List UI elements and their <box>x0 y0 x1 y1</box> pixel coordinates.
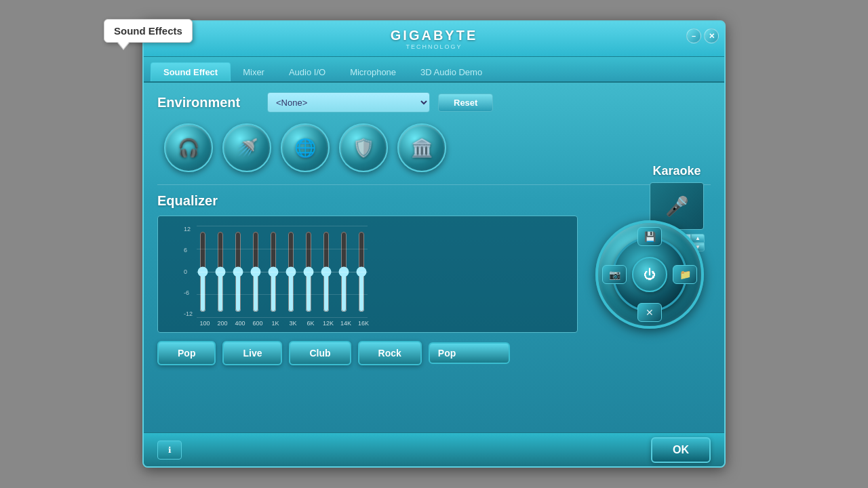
eq-slider-400[interactable] <box>232 231 244 312</box>
eq-db-6: 6 <box>184 247 193 253</box>
tab-bar: Sound Effect Mixer Audio I/O Microphone … <box>144 57 724 83</box>
power-icon: ⏻ <box>644 268 656 282</box>
cancel-icon: ✕ <box>646 307 654 318</box>
info-button[interactable]: ℹ <box>157 441 182 460</box>
tab-3d-audio-demo[interactable]: 3D Audio Demo <box>408 63 494 81</box>
app-window: GIGABYTE TECHNOLOGY – ✕ Sound Effect Mix… <box>142 20 726 468</box>
eq-db-neg6: -6 <box>184 289 193 296</box>
close-button[interactable]: ✕ <box>704 28 719 43</box>
sfx-opera-btn[interactable]: 🏛️ <box>397 123 446 172</box>
eq-freq-100: 100 <box>199 320 211 327</box>
brand-name: GIGABYTE <box>391 28 477 43</box>
title-bar: GIGABYTE TECHNOLOGY – ✕ <box>144 22 724 57</box>
eq-freq-200: 200 <box>216 320 229 327</box>
eq-db-neg12: -12 <box>184 310 193 317</box>
tab-mixer[interactable]: Mixer <box>231 63 277 81</box>
tab-audio-io[interactable]: Audio I/O <box>277 63 338 81</box>
sfx-globe-btn[interactable]: 🌐 <box>281 123 330 172</box>
preset-club-btn[interactable]: Club <box>289 341 351 365</box>
eq-left-panel: Equalizer 12 6 0 -6 -12 <box>157 193 578 365</box>
eq-slider-1k[interactable] <box>267 231 279 312</box>
dial-left-button[interactable]: 📷 <box>602 265 627 284</box>
eq-slider-100[interactable] <box>197 231 209 312</box>
eq-freq-3k: 3K <box>287 320 299 327</box>
preset-live-btn[interactable]: Live <box>222 341 282 365</box>
preset-rock-btn[interactable]: Rock <box>358 341 422 365</box>
eq-freq-16k: 16K <box>357 320 370 327</box>
eq-slider-200[interactable] <box>214 231 226 312</box>
sound-effects-tooltip: Sound Effects <box>104 19 193 43</box>
dial-top-button[interactable]: 💾 <box>637 227 662 246</box>
preset-dropdown[interactable]: Pop Live Club Rock Classical Jazz <box>429 342 510 364</box>
eq-slider-12k[interactable] <box>320 231 332 312</box>
equalizer-label: Equalizer <box>157 193 578 209</box>
eq-slider-6k[interactable] <box>302 231 315 312</box>
equalizer-section: Equalizer 12 6 0 -6 -12 <box>157 193 711 365</box>
sfx-icons-row: 🎧 🚿 🌐 🛡️ 🏛️ <box>164 123 711 172</box>
dial-right-button[interactable]: 📁 <box>673 265 697 284</box>
eq-box: 12 6 0 -6 -12 <box>157 216 578 333</box>
ok-button[interactable]: OK <box>651 437 711 463</box>
environment-label: Environment <box>157 95 259 110</box>
eq-db-0: 0 <box>184 268 193 275</box>
eq-slider-3k[interactable] <box>285 231 297 312</box>
environment-dropdown[interactable]: <None> Room Bathroom Concert Hall Cave A… <box>267 92 430 113</box>
eq-freq-14k: 14K <box>340 320 352 327</box>
bottom-bar: ℹ OK <box>144 432 724 466</box>
karaoke-figure-icon: 🎤 <box>665 195 689 218</box>
save-icon: 💾 <box>644 231 656 242</box>
reset-button[interactable]: Reset <box>438 94 493 112</box>
eq-freq-1k: 1K <box>269 320 281 327</box>
brand-subtitle: TECHNOLOGY <box>406 43 462 50</box>
tab-microphone[interactable]: Microphone <box>338 63 408 81</box>
eq-slider-14k[interactable] <box>338 231 350 312</box>
environment-row: Environment <None> Room Bathroom Concert… <box>157 92 711 113</box>
eq-dial: 💾 ✕ 📷 📁 <box>595 220 704 329</box>
divider <box>157 184 711 185</box>
power-button[interactable]: ⏻ <box>632 257 667 292</box>
eq-slider-16k[interactable] <box>355 231 368 312</box>
folder-icon: 📁 <box>679 269 691 280</box>
eq-db-12: 12 <box>184 226 193 232</box>
tab-sound-effect[interactable]: Sound Effect <box>151 62 231 81</box>
eq-freq-400: 400 <box>234 320 246 327</box>
window-controls: – ✕ <box>686 28 719 43</box>
minimize-button[interactable]: – <box>686 28 701 43</box>
sfx-shower-btn[interactable]: 🚿 <box>222 123 271 172</box>
info-icon: ℹ <box>168 445 172 455</box>
eq-freq-12k: 12K <box>322 320 334 327</box>
sfx-shield-btn[interactable]: 🛡️ <box>339 123 388 172</box>
preset-pop-btn[interactable]: Pop <box>157 341 216 365</box>
karaoke-label: Karaoke <box>652 164 701 178</box>
eq-slider-600[interactable] <box>250 231 262 312</box>
eq-freq-600: 600 <box>252 320 264 327</box>
content-area: Environment <None> Room Bathroom Concert… <box>144 83 724 372</box>
sfx-headphones-btn[interactable]: 🎧 <box>164 123 213 172</box>
eq-freq-6k: 6K <box>304 320 317 327</box>
camera-icon: 📷 <box>609 269 620 280</box>
dial-bottom-button[interactable]: ✕ <box>637 303 662 322</box>
app-logo: GIGABYTE TECHNOLOGY <box>391 28 477 50</box>
preset-row: Pop Live Club Rock Pop Live Club Rock Cl… <box>157 341 578 365</box>
